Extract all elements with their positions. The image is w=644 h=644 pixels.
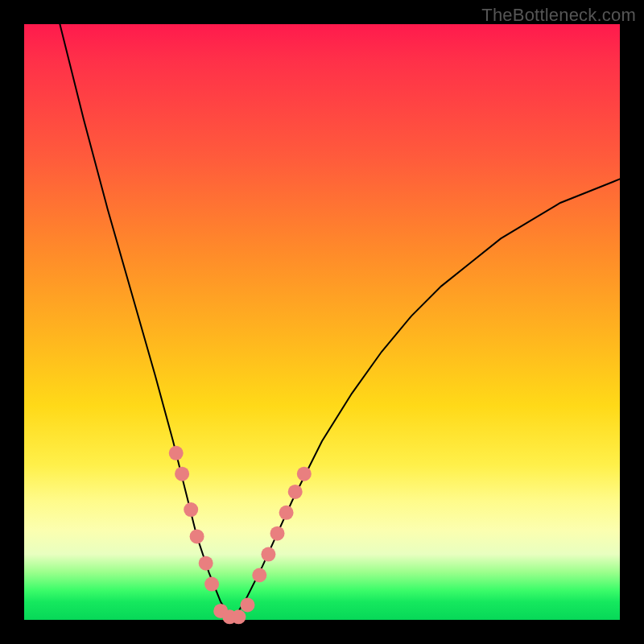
highlight-dot: [288, 485, 303, 499]
bottleneck-curve: [60, 24, 620, 620]
highlight-dot: [270, 526, 285, 541]
highlight-dot: [204, 577, 219, 592]
highlight-dot: [190, 529, 204, 543]
highlight-dot: [175, 467, 189, 481]
chart-stage: TheBottleneck.com: [0, 0, 644, 644]
watermark-text: TheBottleneck.com: [481, 5, 636, 26]
highlight-dot: [184, 502, 198, 517]
highlight-dot: [199, 556, 213, 571]
curve-layer: [24, 24, 620, 620]
highlight-dot: [261, 547, 275, 562]
highlight-dot: [241, 598, 255, 613]
highlight-dot: [252, 568, 266, 583]
highlight-dot: [279, 506, 294, 520]
highlight-dot: [231, 609, 246, 624]
highlight-dot: [169, 446, 184, 460]
plot-area: [24, 24, 620, 620]
marker-group: [169, 446, 312, 625]
highlight-dot: [297, 467, 312, 481]
